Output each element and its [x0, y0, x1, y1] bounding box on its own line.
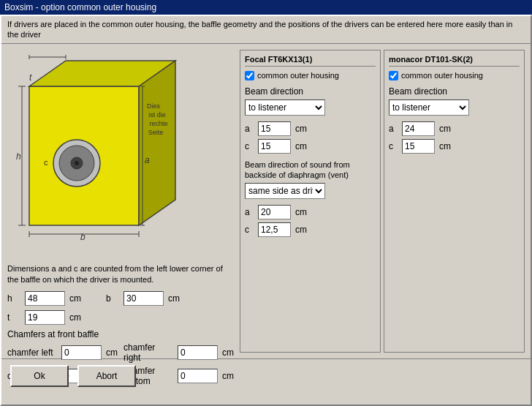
chamfer-left-row: chamfer left cm — [7, 342, 118, 363]
driver1-common-label: common outer housing — [257, 71, 339, 80]
driver1-vent-c-label: c — [245, 225, 255, 235]
h-input[interactable] — [25, 291, 65, 306]
svg-text:rechte: rechte — [149, 120, 167, 127]
left-panel: Dies ist die rechte Seite c h — [7, 50, 234, 353]
h-label: h — [7, 293, 22, 304]
svg-text:t: t — [29, 72, 32, 83]
driver1-vent-select[interactable]: same side as driver opposite side below … — [245, 183, 325, 199]
driver2-beam-direction-label: Beam direction — [389, 86, 520, 97]
driver2-c-row: c cm — [389, 139, 520, 154]
svg-text:ist die: ist die — [148, 111, 166, 119]
driver2-a-unit: cm — [439, 124, 451, 134]
driver1-title: Focal FT6KX13(1) — [245, 55, 376, 67]
driver1-beam-direction-row: Beam direction to listener away from lis… — [245, 86, 376, 116]
abort-button[interactable]: Abort — [77, 365, 136, 387]
right-panel: Focal FT6KX13(1) common outer housing Be… — [240, 50, 525, 353]
svg-text:b: b — [80, 232, 86, 242]
driver1-a-label: a — [245, 124, 255, 134]
t-label: t — [7, 312, 22, 323]
svg-text:Seite: Seite — [148, 129, 164, 136]
chamfer-bottom-row: chamfer bottom cm — [123, 366, 234, 386]
driver1-box: Focal FT6KX13(1) common outer housing Be… — [240, 50, 381, 353]
dim-note: Dimensions a and c are counted from the … — [7, 263, 234, 286]
driver2-c-unit: cm — [439, 141, 451, 151]
t-unit: cm — [69, 312, 81, 323]
driver2-checkbox-row: common outer housing — [389, 71, 520, 80]
driver2-checkbox[interactable] — [389, 71, 398, 80]
driver1-checkbox[interactable] — [245, 71, 254, 80]
driver1-vent-a-label: a — [245, 207, 255, 217]
chamfer-left-label: chamfer left — [7, 347, 58, 358]
svg-point-10 — [75, 161, 79, 165]
chamfer-left-input[interactable] — [61, 345, 102, 360]
driver1-vent-c-row: c cm — [245, 222, 376, 237]
driver2-beam-direction-row: Beam direction to listener away from lis… — [389, 86, 520, 116]
chamfer-right-label: chamfer right — [123, 342, 175, 363]
driver1-a-unit: cm — [295, 124, 307, 134]
driver1-checkbox-row: common outer housing — [245, 71, 376, 80]
driver1-c-unit: cm — [295, 141, 307, 151]
b-input[interactable] — [123, 291, 164, 306]
driver2-beam-direction-select[interactable]: to listener away from listener — [389, 99, 469, 116]
chamfer-bottom-unit: cm — [222, 371, 234, 381]
chamfer-right-input[interactable] — [178, 345, 218, 360]
h-row: h cm b cm — [7, 291, 234, 306]
driver1-c-label: c — [245, 141, 255, 151]
driver1-vent-section: Beam direction of sound from backside of… — [245, 159, 376, 238]
svg-text:h: h — [16, 151, 21, 162]
driver2-box: monacor DT101-SK(2) common outer housing… — [384, 50, 525, 353]
svg-text:a: a — [145, 155, 150, 165]
driver1-vent-c-unit: cm — [295, 225, 307, 235]
driver2-a-row: a cm — [389, 121, 520, 136]
diagram-area: Dies ist die rechte Seite c h — [7, 50, 227, 255]
chamfer-bottom-input[interactable] — [178, 369, 218, 383]
chamfer-right-unit: cm — [222, 347, 234, 358]
driver2-common-label: common outer housing — [401, 71, 483, 80]
svg-marker-2 — [139, 61, 175, 225]
driver2-c-label: c — [389, 141, 399, 151]
driver1-vent-a-row: a cm — [245, 205, 376, 219]
driver2-a-input[interactable] — [402, 121, 435, 136]
info-text: If drivers are placed in the common oute… — [7, 20, 512, 39]
chamfer-left-unit: cm — [106, 347, 118, 358]
driver1-c-row: c cm — [245, 139, 376, 154]
svg-text:Dies: Dies — [147, 102, 161, 110]
driver2-c-input[interactable] — [402, 139, 435, 154]
b-unit: cm — [168, 293, 180, 304]
t-row: t cm — [7, 310, 234, 325]
ok-button[interactable]: Ok — [10, 365, 69, 387]
driver1-vent-a-input[interactable] — [258, 205, 291, 219]
driver2-title: monacor DT101-SK(2) — [389, 55, 520, 67]
title-bar-label: Boxsim - option common outer housing — [4, 2, 156, 12]
driver1-beam-direction-select[interactable]: to listener away from listener — [245, 99, 325, 116]
driver1-vent-a-unit: cm — [295, 207, 307, 217]
driver2-a-label: a — [389, 124, 399, 134]
driver1-beam-direction-label: Beam direction — [245, 86, 376, 97]
t-input[interactable] — [25, 310, 65, 325]
chamfers-label: Chamfers at front baffle — [7, 329, 234, 339]
h-unit: cm — [69, 293, 81, 304]
driver1-vent-direction-row: same side as driver opposite side below … — [245, 183, 376, 199]
driver1-c-input[interactable] — [258, 139, 291, 154]
chamfer-right-row: chamfer right cm — [123, 342, 234, 363]
svg-text:c: c — [44, 158, 48, 167]
driver1-a-row: a cm — [245, 121, 376, 136]
driver1-a-input[interactable] — [258, 121, 291, 136]
b-label: b — [106, 293, 121, 304]
driver1-vent-c-input[interactable] — [258, 222, 291, 237]
driver1-vent-label: Beam direction of sound from backside of… — [245, 159, 376, 181]
